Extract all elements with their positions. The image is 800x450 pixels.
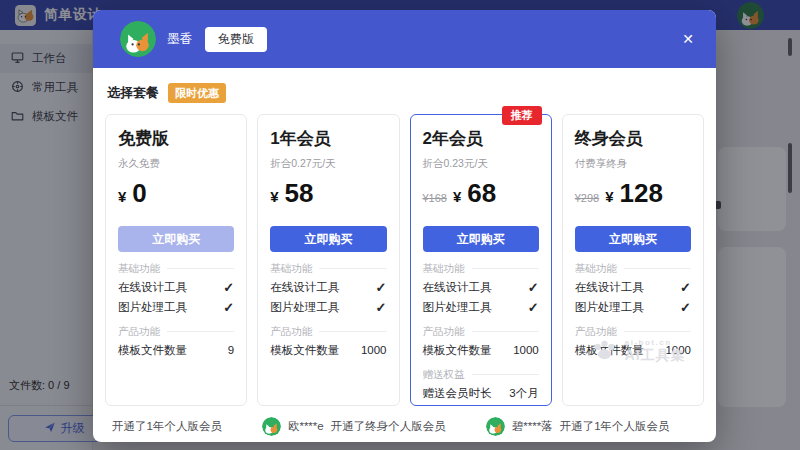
feature-label: 模板文件数量 bbox=[118, 343, 187, 358]
feature-label: 图片处理工具 bbox=[575, 300, 644, 315]
plan-subtitle: 永久免费 bbox=[118, 157, 234, 169]
section-title: 产品功能 bbox=[575, 325, 691, 338]
ticker-username: 欧****e bbox=[288, 419, 324, 434]
feature-label: 在线设计工具 bbox=[575, 280, 644, 295]
app-window: 简单设计 工作台 常用工具 模板文件 bbox=[0, 0, 800, 450]
ticker-item: 碧****落 开通了1年个人版会员 bbox=[486, 417, 670, 436]
feature-label: 模板文件数量 bbox=[423, 343, 492, 358]
feature-label: 图片处理工具 bbox=[118, 300, 187, 315]
section-title: 基础功能 bbox=[423, 262, 539, 275]
feature-label: 在线设计工具 bbox=[270, 280, 339, 295]
plan-price: 128 bbox=[620, 178, 663, 209]
section-title: 赠送权益 bbox=[423, 368, 539, 381]
plan-price: 58 bbox=[285, 178, 314, 209]
plan-card-2year[interactable]: 推荐 2年会员 折合0.23元/天 ¥168 ¥ 68 立即购买 基础功能 在线… bbox=[410, 114, 552, 406]
buy-now-button[interactable]: 立即购买 bbox=[575, 226, 691, 252]
currency-symbol: ¥ bbox=[270, 188, 278, 205]
plan-subtitle: 付费享终身 bbox=[575, 157, 691, 169]
plan-subtitle: 折合0.23元/天 bbox=[423, 157, 539, 169]
check-icon: ✓ bbox=[376, 300, 387, 315]
plan-card-1year[interactable]: 1年会员 折合0.27元/天 ¥ 58 立即购买 基础功能 在线设计工具✓ 图片… bbox=[257, 114, 399, 406]
ticker-item: 开通了1年个人版会员 bbox=[112, 419, 222, 434]
ticker-text: 开通了1年个人版会员 bbox=[112, 419, 222, 434]
section-title: 基础功能 bbox=[575, 262, 691, 275]
section-title: 基础功能 bbox=[118, 262, 234, 275]
plan-name: 2年会员 bbox=[423, 129, 539, 148]
check-icon: ✓ bbox=[223, 300, 234, 315]
check-icon: ✓ bbox=[680, 280, 691, 295]
feature-label: 图片处理工具 bbox=[270, 300, 339, 315]
feature-label: 在线设计工具 bbox=[423, 280, 492, 295]
tab-choose-plan[interactable]: 选择套餐 bbox=[107, 84, 159, 102]
check-icon: ✓ bbox=[223, 280, 234, 295]
buy-now-button[interactable]: 立即购买 bbox=[270, 226, 386, 252]
buy-now-button[interactable]: 立即购买 bbox=[118, 226, 234, 252]
feature-label: 在线设计工具 bbox=[118, 280, 187, 295]
plan-price: 68 bbox=[467, 178, 496, 209]
plan-price: 0 bbox=[132, 178, 146, 209]
pricing-modal: 墨香 免费版 ✕ 选择套餐 限时优惠 免费版 永久免费 ¥ 0 立即购买 bbox=[93, 10, 716, 442]
section-title: 产品功能 bbox=[118, 325, 234, 338]
recommended-badge: 推荐 bbox=[502, 106, 542, 125]
modal-header: 墨香 免费版 ✕ bbox=[93, 10, 716, 68]
plan-card-free[interactable]: 免费版 永久免费 ¥ 0 立即购买 基础功能 在线设计工具✓ 图片处理工具✓ 产… bbox=[105, 114, 247, 406]
section-title: 产品功能 bbox=[423, 325, 539, 338]
plan-name: 终身会员 bbox=[575, 129, 691, 148]
cat-avatar-icon bbox=[486, 417, 505, 436]
section-title: 产品功能 bbox=[270, 325, 386, 338]
close-icon[interactable]: ✕ bbox=[676, 27, 700, 51]
check-icon: ✓ bbox=[528, 280, 539, 295]
section-title: 基础功能 bbox=[270, 262, 386, 275]
currency-symbol: ¥ bbox=[118, 188, 126, 205]
membership-badge[interactable]: 免费版 bbox=[205, 27, 267, 52]
purchase-ticker: 开通了1年个人版会员 欧****e 开通了终身个人版会员 碧****落 开通了1… bbox=[105, 408, 704, 442]
plan-card-lifetime[interactable]: 终身会员 付费享终身 ¥298 ¥ 128 立即购买 基础功能 在线设计工具✓ … bbox=[562, 114, 704, 406]
ticker-text: 开通了1年个人版会员 bbox=[560, 419, 670, 434]
check-icon: ✓ bbox=[680, 300, 691, 315]
original-price: ¥298 bbox=[575, 192, 599, 204]
feature-value: 3个月 bbox=[509, 386, 538, 401]
check-icon: ✓ bbox=[376, 280, 387, 295]
feature-label: 模板文件数量 bbox=[270, 343, 339, 358]
feature-value: 9 bbox=[228, 343, 234, 358]
buy-now-button[interactable]: 立即购买 bbox=[423, 226, 539, 252]
original-price: ¥168 bbox=[423, 192, 447, 204]
feature-value: 1000 bbox=[513, 343, 539, 358]
currency-symbol: ¥ bbox=[605, 188, 613, 205]
feature-label: 赠送会员时长 bbox=[423, 386, 492, 401]
feature-label: 模板文件数量 bbox=[575, 343, 644, 358]
feature-value: 1000 bbox=[665, 343, 691, 358]
plan-name: 1年会员 bbox=[270, 129, 386, 148]
ticker-username: 碧****落 bbox=[512, 419, 553, 434]
modal-body: 选择套餐 限时优惠 免费版 永久免费 ¥ 0 立即购买 基础功能 在线设计工具✓… bbox=[93, 68, 716, 442]
user-avatar bbox=[120, 21, 156, 57]
plan-subtitle: 折合0.27元/天 bbox=[270, 157, 386, 169]
plan-cards: 免费版 永久免费 ¥ 0 立即购买 基础功能 在线设计工具✓ 图片处理工具✓ 产… bbox=[105, 114, 704, 406]
limited-offer-badge: 限时优惠 bbox=[168, 83, 226, 103]
check-icon: ✓ bbox=[528, 300, 539, 315]
feature-label: 图片处理工具 bbox=[423, 300, 492, 315]
username: 墨香 bbox=[167, 31, 192, 48]
feature-value: 1000 bbox=[361, 343, 387, 358]
currency-symbol: ¥ bbox=[453, 188, 461, 205]
cat-avatar-icon bbox=[262, 417, 281, 436]
ticker-text: 开通了终身个人版会员 bbox=[331, 419, 446, 434]
ticker-item: 欧****e 开通了终身个人版会员 bbox=[262, 417, 446, 436]
plan-name: 免费版 bbox=[118, 129, 234, 148]
